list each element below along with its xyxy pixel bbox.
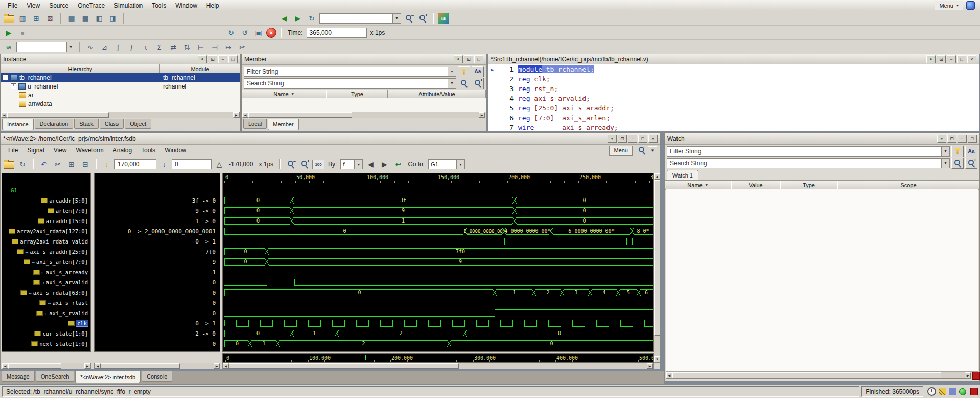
align-left-icon[interactable]: ⊢ bbox=[195, 41, 207, 53]
sum-icon[interactable]: Σ bbox=[153, 41, 166, 53]
value-axi-s-arvalid[interactable]: 0 bbox=[95, 277, 220, 288]
maximize-icon[interactable]: □ bbox=[228, 55, 238, 63]
window-tab-nwave-2-inter-fsdb[interactable]: *<nWave:2> inter.fsdb bbox=[75, 371, 141, 383]
instance-tree[interactable]: -tb_rchanneltb_rchannel+u_rchannelrchann… bbox=[1, 73, 240, 112]
pin-icon[interactable]: ● bbox=[198, 55, 207, 63]
delta-icon[interactable]: △ bbox=[213, 158, 225, 170]
value-axi-s-rlast[interactable]: 0 bbox=[95, 298, 220, 308]
watch-table-body[interactable] bbox=[666, 189, 978, 372]
column-header-type[interactable]: Type bbox=[780, 181, 837, 189]
tree-row-arrwdata[interactable]: arrwdata bbox=[1, 99, 240, 108]
minimize-icon[interactable]: − bbox=[947, 55, 956, 63]
zoom-full-icon[interactable]: 100 bbox=[312, 160, 324, 169]
scroll-left-button[interactable]: ◀ bbox=[666, 372, 672, 378]
reload-fsdb-icon[interactable]: ↻ bbox=[16, 158, 29, 170]
signal-value-pane[interactable]: 3f -> 09 -> 01 -> 00 -> 2_0000_0000_0000… bbox=[94, 173, 220, 352]
scrollbar-thumb[interactable] bbox=[101, 363, 180, 369]
edge-icon[interactable]: ⊿ bbox=[98, 41, 110, 53]
filter-button[interactable] bbox=[951, 146, 964, 157]
maximize-icon[interactable]: □ bbox=[474, 55, 483, 63]
search-next-button[interactable]: + bbox=[965, 158, 977, 169]
collapse-icon[interactable]: - bbox=[3, 75, 8, 80]
source-line[interactable]: 3reg rst_n; bbox=[488, 84, 979, 94]
cut-icon[interactable]: ✂ bbox=[236, 41, 248, 53]
source-line[interactable]: 5reg [25:0] axi_s_araddr; bbox=[488, 103, 979, 113]
forward-icon[interactable]: ▶ bbox=[292, 12, 304, 25]
pin-icon[interactable]: ● bbox=[608, 135, 617, 143]
save-file-icon[interactable]: ▥ bbox=[16, 12, 29, 25]
scroll-right-button[interactable]: ▶ bbox=[233, 112, 239, 118]
close-icon[interactable]: × bbox=[648, 135, 658, 143]
function-icon[interactable]: ƒ bbox=[126, 41, 138, 53]
cursor-time-field[interactable]: 170,000 bbox=[114, 159, 156, 169]
back-icon[interactable]: ◀ bbox=[278, 12, 290, 25]
signal-axi-s-rvalid[interactable]: ←axi_s_rvalid bbox=[2, 308, 90, 318]
filter-button[interactable] bbox=[458, 66, 470, 77]
signal-arlen-7-0[interactable]: arlen[7:0] bbox=[2, 206, 90, 216]
scroll-up-button[interactable]: ▲ bbox=[654, 173, 660, 180]
nwave-menu-signal[interactable]: Signal bbox=[22, 146, 49, 155]
value-arlen-7-0[interactable]: 9 -> 0 bbox=[95, 206, 220, 216]
search-combobox[interactable]: Search String ▾ bbox=[244, 78, 456, 89]
chevron-down-icon[interactable]: ▾ bbox=[941, 147, 949, 156]
marker-time-field[interactable]: 0 bbox=[172, 159, 212, 169]
values-hscrollbar[interactable]: ◀▶ bbox=[94, 363, 220, 369]
nwave-menu-window[interactable]: Window bbox=[160, 146, 191, 155]
minimize-icon[interactable]: − bbox=[628, 135, 637, 143]
overview-time-ruler[interactable]: 0100,000200,000300,000400,000500,000 bbox=[222, 353, 654, 363]
layout-rows-icon[interactable]: ▤ bbox=[65, 12, 78, 25]
watch-titlebar[interactable]: Watch ● ⊡ − □ bbox=[665, 133, 979, 145]
scrollbar-thumb[interactable] bbox=[8, 363, 61, 369]
paste-signal-icon[interactable]: ⊟ bbox=[79, 158, 91, 170]
scroll-right-button[interactable]: ▶ bbox=[479, 112, 485, 118]
cursor-marker-icon[interactable]: ↓ bbox=[101, 158, 113, 170]
waveform-canvas[interactable]: 03f009001002_0000_0000_00*4_0000_0000_00… bbox=[223, 173, 654, 352]
value-axi-s-arready[interactable]: 1 bbox=[95, 267, 220, 277]
value-axi-s-araddr-25-0[interactable]: 7f0 bbox=[95, 247, 220, 257]
group-collapse-marker[interactable]: = bbox=[5, 187, 8, 194]
prev-transition-icon[interactable]: ◀ bbox=[364, 158, 377, 170]
float-icon[interactable]: ⊡ bbox=[618, 135, 627, 143]
nwave-menu-analog[interactable]: Analog bbox=[108, 146, 136, 155]
scroll-left-button[interactable]: ◀ bbox=[1, 112, 7, 118]
instance-tab-declaration[interactable]: Declaration bbox=[35, 119, 74, 129]
search-button[interactable] bbox=[951, 158, 964, 169]
member-tab-local[interactable]: Local bbox=[243, 119, 267, 129]
find-signal-button[interactable] bbox=[636, 144, 648, 157]
scrollbar-thumb[interactable] bbox=[248, 112, 352, 118]
menu-dropdown-button[interactable]: Menu ▾ bbox=[935, 1, 963, 10]
scroll-left-button[interactable]: ◀ bbox=[95, 363, 101, 369]
float-icon[interactable]: ⊡ bbox=[947, 135, 956, 143]
scrollbar-track[interactable] bbox=[654, 180, 660, 356]
float-icon[interactable]: ⊡ bbox=[937, 55, 946, 63]
menu-window[interactable]: Window bbox=[171, 1, 202, 10]
open-fsdb-icon[interactable] bbox=[3, 158, 15, 170]
nwave-menu-view[interactable]: View bbox=[49, 146, 72, 155]
dock-left-icon[interactable]: ◧ bbox=[93, 12, 105, 25]
scroll-right-button[interactable]: ▶ bbox=[965, 372, 971, 378]
reload-icon[interactable]: ↻ bbox=[306, 12, 318, 25]
search-next-button[interactable]: + bbox=[472, 78, 484, 89]
stop-simulation-icon[interactable]: × bbox=[266, 28, 276, 38]
window-tab-onesearch[interactable]: OneSearch bbox=[36, 371, 75, 382]
instance-tab-stack[interactable]: Stack bbox=[74, 119, 99, 129]
member-hscrollbar[interactable]: ◀▶ bbox=[242, 112, 485, 118]
watch-filter-combobox[interactable]: Filter String ▾ bbox=[667, 146, 950, 157]
goto-time-icon[interactable]: ↦ bbox=[222, 41, 235, 53]
value-arcaddr-5-0[interactable]: 3f -> 0 bbox=[95, 195, 220, 206]
scroll-left-button[interactable]: ◀ bbox=[2, 363, 8, 369]
signal-name-pane[interactable]: = G1 arcaddr[5:0]arlen[7:0]arraddr[15:0]… bbox=[2, 173, 91, 352]
value-axi-s-rdata-63-0[interactable]: 0 bbox=[95, 288, 220, 298]
menu-simulation[interactable]: Simulation bbox=[109, 1, 147, 10]
tree-row-u-rchannel[interactable]: +u_rchannelrchannel bbox=[1, 82, 240, 91]
column-header-attribute-value[interactable]: Attribute/Value bbox=[388, 90, 486, 98]
member-titlebar[interactable]: Member ● ⊡ □ bbox=[242, 54, 486, 65]
rewind-icon[interactable]: ↺ bbox=[239, 27, 251, 39]
member-table-body[interactable] bbox=[242, 98, 486, 112]
nwave-menu-waveform[interactable]: Waveform bbox=[72, 146, 108, 155]
minimize-icon[interactable]: − bbox=[958, 135, 967, 143]
run-simulation-icon[interactable]: ▶ bbox=[3, 27, 15, 39]
signal-array2axi-rdata-valid[interactable]: array2axi_rdata_valid bbox=[2, 236, 90, 247]
new-window-icon[interactable]: ⊞ bbox=[30, 12, 42, 25]
value-array2axi-rdata-valid[interactable]: 0 -> 1 bbox=[95, 236, 220, 247]
